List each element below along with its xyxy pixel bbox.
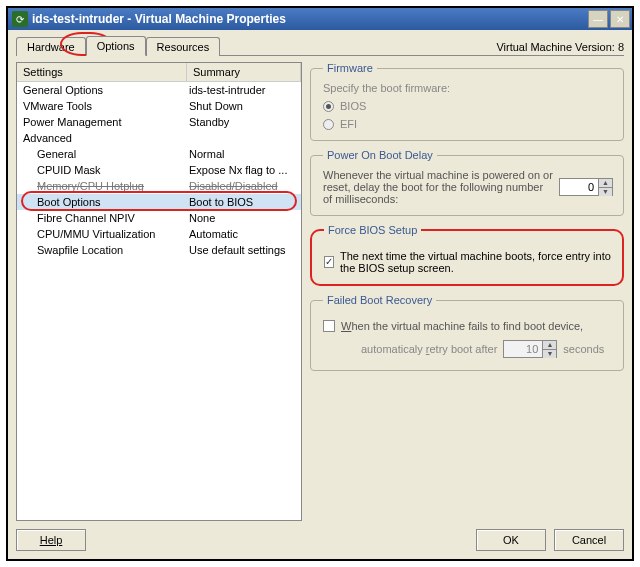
titlebar: ⟳ ids-test-intruder - Virtual Machine Pr…: [8, 8, 632, 30]
close-button[interactable]: ✕: [610, 10, 630, 28]
settings-list: Settings Summary General Optionsids-test…: [16, 62, 302, 521]
radio-bios-label: BIOS: [340, 100, 366, 112]
list-label: Fibre Channel NPIV: [17, 212, 187, 224]
group-failed-boot: Failed Boot Recovery When the virtual ma…: [310, 294, 624, 371]
spin-up-icon[interactable]: ▲: [599, 179, 612, 188]
list-summary: Shut Down: [187, 100, 301, 112]
list-label: Memory/CPU Hotplug: [17, 180, 187, 192]
list-row[interactable]: General Optionsids-test-intruder: [17, 82, 301, 98]
col-settings[interactable]: Settings: [17, 63, 187, 81]
spin-down-icon: ▼: [543, 350, 556, 358]
legend-firmware: Firmware: [323, 62, 377, 74]
tab-options[interactable]: Options: [86, 36, 146, 56]
retry-delay-spinner: ▲▼: [503, 340, 557, 358]
list-summary: Standby: [187, 116, 301, 128]
legend-boot-delay: Power On Boot Delay: [323, 149, 437, 161]
tab-row: Hardware Options Resources Virtual Machi…: [16, 34, 624, 56]
failed-boot-line2: automaticaly retry boot after ▲▼ seconds: [361, 340, 613, 358]
list-label: General Options: [17, 84, 187, 96]
list-label: Swapfile Location: [17, 244, 187, 256]
boot-delay-text: Whenever the virtual machine is powered …: [323, 169, 553, 205]
list-row[interactable]: CPU/MMU VirtualizationAutomatic: [17, 226, 301, 242]
help-button[interactable]: Help: [16, 529, 86, 551]
boot-delay-spinner[interactable]: ▲▼: [559, 178, 613, 196]
list-summary: Disabled/Disabled: [187, 180, 301, 192]
group-boot-delay: Power On Boot Delay Whenever the virtual…: [310, 149, 624, 216]
vm-version-label: Virtual Machine Version: 8: [496, 41, 624, 55]
spin-up-icon: ▲: [543, 341, 556, 350]
list-row[interactable]: Boot OptionsBoot to BIOS: [17, 194, 301, 210]
list-label: CPU/MMU Virtualization: [17, 228, 187, 240]
minimize-button[interactable]: —: [588, 10, 608, 28]
list-row[interactable]: CPUID MaskExpose Nx flag to ...: [17, 162, 301, 178]
list-row[interactable]: GeneralNormal: [17, 146, 301, 162]
legend-force-bios: Force BIOS Setup: [324, 224, 421, 236]
radio-efi: [323, 119, 334, 130]
list-summary: Automatic: [187, 228, 301, 240]
list-summary: Normal: [187, 148, 301, 160]
list-label: Advanced: [17, 132, 187, 144]
boot-delay-input[interactable]: [560, 179, 598, 195]
tab-resources[interactable]: Resources: [146, 37, 221, 56]
ok-button[interactable]: OK: [476, 529, 546, 551]
list-row[interactable]: Swapfile LocationUse default settings: [17, 242, 301, 258]
list-header: Settings Summary: [17, 63, 301, 82]
radio-efi-label: EFI: [340, 118, 357, 130]
firmware-text: Specify the boot firmware:: [323, 82, 613, 94]
checkbox-failed-boot[interactable]: [323, 320, 335, 332]
list-summary: Use default settings: [187, 244, 301, 256]
list-summary: None: [187, 212, 301, 224]
legend-failed-boot: Failed Boot Recovery: [323, 294, 436, 306]
list-row[interactable]: Fibre Channel NPIVNone: [17, 210, 301, 226]
force-bios-text: The next time the virtual machine boots,…: [340, 250, 612, 274]
list-row[interactable]: Advanced: [17, 130, 301, 146]
list-row[interactable]: VMware ToolsShut Down: [17, 98, 301, 114]
retry-delay-input: [504, 341, 542, 357]
list-summary: Expose Nx flag to ...: [187, 164, 301, 176]
list-row[interactable]: Memory/CPU HotplugDisabled/Disabled: [17, 178, 301, 194]
failed-boot-text: When the virtual machine fails to find b…: [341, 320, 583, 332]
radio-bios: [323, 101, 334, 112]
spin-down-icon[interactable]: ▼: [599, 188, 612, 196]
seconds-label: seconds: [563, 343, 604, 355]
cancel-button[interactable]: Cancel: [554, 529, 624, 551]
col-summary[interactable]: Summary: [187, 63, 301, 81]
tab-hardware[interactable]: Hardware: [16, 37, 86, 56]
list-label: VMware Tools: [17, 100, 187, 112]
list-row[interactable]: Power ManagementStandby: [17, 114, 301, 130]
list-label: CPUID Mask: [17, 164, 187, 176]
checkbox-force-bios[interactable]: [324, 256, 334, 268]
list-summary: Boot to BIOS: [187, 196, 301, 208]
list-summary: ids-test-intruder: [187, 84, 301, 96]
app-icon: ⟳: [12, 11, 28, 27]
group-firmware: Firmware Specify the boot firmware: BIOS…: [310, 62, 624, 141]
window-title: ids-test-intruder - Virtual Machine Prop…: [32, 12, 588, 26]
list-label: Power Management: [17, 116, 187, 128]
list-label: General: [17, 148, 187, 160]
list-label: Boot Options: [17, 196, 187, 208]
group-force-bios: Force BIOS Setup The next time the virtu…: [310, 224, 624, 286]
